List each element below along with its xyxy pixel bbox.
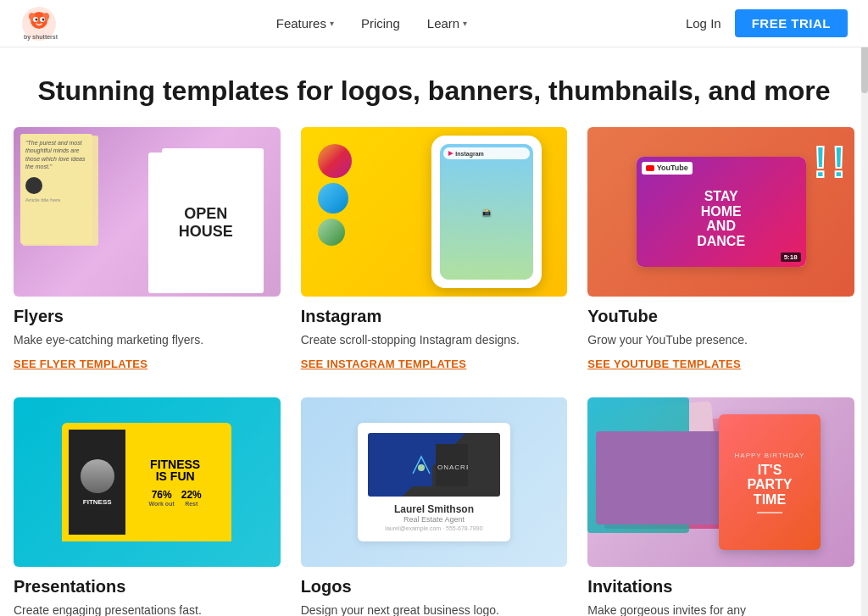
presentations-laptop-screen: FITNESS FITNESSIS FUN 76% (62, 423, 231, 541)
page-title: Stunning templates for logos, banners, t… (14, 47, 854, 127)
instagram-image: ▶ Instagram 📸 (301, 127, 568, 297)
nav-learn[interactable]: Learn ▾ (427, 16, 467, 31)
logo-company-name: Laurel Smithson (394, 503, 474, 515)
invitation-party-card: HAPPY BIRTHDAY IT'SPARTYTIME (719, 414, 821, 550)
flyer-open-house-card: NORTHSIDE HIGH SCHOOL OPENHOUSE TRAVEL, … (162, 148, 264, 280)
flyers-description: Make eye-catching marketing flyers. (14, 331, 281, 349)
youtube-thumbnail: YouTube STAYHOMEANDDANCE 5:18 (637, 157, 806, 267)
svg-rect-9 (400, 444, 432, 486)
invitations-image: HAPPY BIRTHDAY IT'SPARTYTIME (587, 397, 854, 567)
logos-card-mock: ONACRE Laurel Smithson Real Estate Agent… (358, 423, 510, 541)
presentations-laptop-mock: FITNESS FITNESSIS FUN 76% (62, 423, 231, 541)
exclamation-marks: ! ! (813, 140, 846, 184)
invitations-description: Make gorgeous invites for any (587, 602, 854, 616)
presentations-title: Presentations (14, 577, 281, 597)
flyer-yellow-card: "The purest and most thoughtful minds ar… (20, 134, 92, 244)
youtube-title: YouTube (587, 307, 854, 326)
svg-text:by shutterstock: by shutterstock (24, 34, 58, 41)
free-trial-button[interactable]: FREE TRIAL (735, 9, 848, 37)
logos-image: ONACRE Laurel Smithson Real Estate Agent… (301, 397, 568, 567)
scrollbar-track (861, 0, 868, 616)
presentations-image: FITNESS FITNESSIS FUN 76% (14, 397, 281, 567)
youtube-device-mock: YouTube STAYHOMEANDDANCE 5:18 (637, 157, 806, 267)
template-card-instagram: ▶ Instagram 📸 Instagram Create scroll-st… (301, 127, 568, 370)
learn-chevron-icon: ▾ (463, 19, 467, 28)
flyers-title: Flyers (14, 307, 281, 326)
invitations-title: Invitations (587, 577, 854, 597)
template-card-youtube: YouTube STAYHOMEANDDANCE 5:18 ! ! YouTub… (587, 127, 854, 370)
svg-text:ONACRE: ONACRE (437, 463, 468, 471)
login-button[interactable]: Log In (686, 16, 721, 31)
template-grid-row1: NORTHSIDE HIGH SCHOOL OPENHOUSE TRAVEL, … (14, 127, 854, 377)
presentations-description: Create engaging presentations fast. (14, 602, 281, 616)
instagram-phone-mock: ▶ Instagram 📸 (431, 136, 542, 288)
template-card-logos: ONACRE Laurel Smithson Real Estate Agent… (301, 397, 568, 616)
template-card-flyers: NORTHSIDE HIGH SCHOOL OPENHOUSE TRAVEL, … (14, 127, 281, 370)
nav-features[interactable]: Features ▾ (276, 16, 334, 31)
svg-point-7 (42, 18, 45, 20)
template-card-invitations: HAPPY BIRTHDAY IT'SPARTYTIME Invitations… (587, 397, 854, 616)
picmonkey-logo-icon: by shutterstock (20, 5, 58, 42)
exclaim-icon-2: ! (832, 140, 846, 184)
youtube-description: Grow your YouTube presence. (587, 331, 854, 349)
flyers-cta-link[interactable]: SEE FLYER TEMPLATES (14, 358, 281, 370)
youtube-image: YouTube STAYHOMEANDDANCE 5:18 ! ! (587, 127, 854, 297)
auth-area: Log In FREE TRIAL (686, 9, 848, 37)
logos-design-area: ONACRE (368, 433, 500, 497)
instagram-phone-screen: ▶ Instagram 📸 (440, 144, 533, 280)
youtube-red-icon (646, 165, 654, 171)
logos-description: Design your next great business logo. (301, 602, 568, 616)
instagram-description: Create scroll-stopping Instagram designs… (301, 331, 568, 349)
youtube-badge: YouTube (642, 162, 693, 175)
page-wrapper: by shutterstock Features ▾ Pricing Learn… (0, 0, 868, 616)
header: by shutterstock Features ▾ Pricing Learn… (0, 0, 868, 47)
svg-point-6 (36, 18, 38, 20)
instagram-title: Instagram (301, 307, 568, 326)
template-card-presentations: FITNESS FITNESSIS FUN 76% (14, 397, 281, 616)
instagram-circles (318, 144, 352, 246)
flyers-image: NORTHSIDE HIGH SCHOOL OPENHOUSE TRAVEL, … (14, 127, 281, 297)
template-grid-row2: FITNESS FITNESSIS FUN 76% (14, 397, 854, 616)
main-content: Stunning templates for logos, banners, t… (0, 47, 868, 616)
logo-area[interactable]: by shutterstock (20, 5, 58, 42)
logo-company-title: Real Estate Agent (403, 515, 465, 524)
logos-title: Logos (301, 577, 568, 597)
svg-point-11 (418, 464, 425, 471)
nav-pricing[interactable]: Pricing (361, 16, 400, 31)
exclaim-icon-1: ! (813, 140, 827, 184)
instagram-cta-link[interactable]: SEE INSTAGRAM TEMPLATES (301, 358, 568, 370)
main-nav: Features ▾ Pricing Learn ▾ (276, 16, 467, 31)
features-chevron-icon: ▾ (330, 19, 334, 28)
youtube-cta-link[interactable]: SEE YOUTUBE TEMPLATES (587, 358, 854, 370)
